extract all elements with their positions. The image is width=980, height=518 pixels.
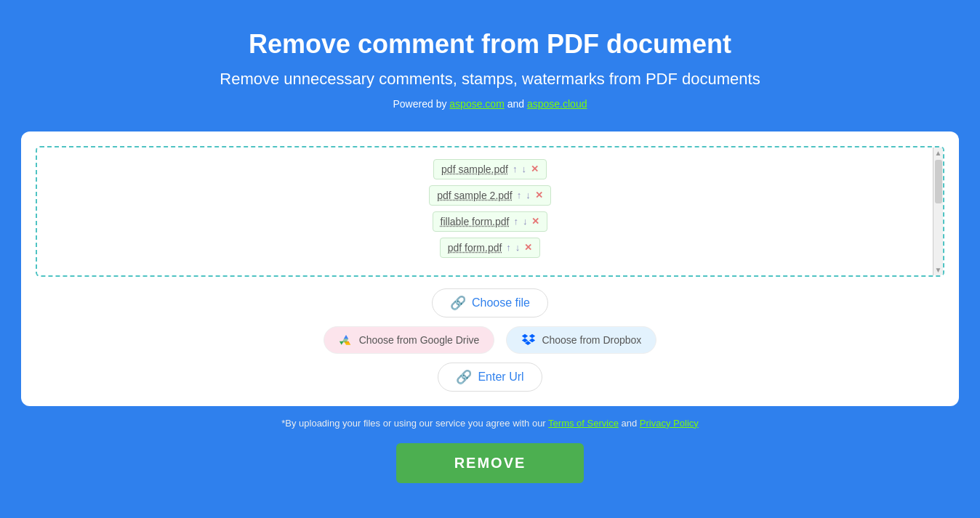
file-name: pdf form.pdf <box>448 242 502 254</box>
dropbox-button[interactable]: Choose from Dropbox <box>506 326 656 354</box>
page-header: Remove comment from PDF document Remove … <box>220 29 760 110</box>
remove-button[interactable]: REMOVE <box>396 443 585 483</box>
move-down-icon[interactable]: ↓ <box>523 216 528 227</box>
move-down-icon[interactable]: ↓ <box>521 163 526 174</box>
scroll-down-arrow[interactable]: ▼ <box>935 266 942 274</box>
google-drive-icon <box>339 333 353 347</box>
move-up-icon[interactable]: ↑ <box>513 216 518 227</box>
terms-text: *By uploading your files or using our se… <box>281 418 699 429</box>
link-icon: 🔗 <box>450 295 466 311</box>
move-up-icon[interactable]: ↑ <box>506 242 511 253</box>
scrollbar: ▲ ▼ <box>933 147 943 275</box>
list-item: fillable form.pdf ↑ ↓ ✕ <box>433 211 548 232</box>
list-item: pdf sample.pdf ↑ ↓ ✕ <box>433 159 547 179</box>
google-drive-button[interactable]: Choose from Google Drive <box>324 326 495 354</box>
move-up-icon[interactable]: ↑ <box>517 190 522 201</box>
enter-url-button[interactable]: 🔗 Enter Url <box>438 363 542 392</box>
choose-file-button[interactable]: 🔗 Choose file <box>432 288 548 317</box>
file-name: fillable form.pdf <box>441 216 510 227</box>
page-title: Remove comment from PDF document <box>220 29 760 60</box>
move-down-icon[interactable]: ↓ <box>526 190 531 201</box>
scrollbar-thumb[interactable] <box>935 160 942 203</box>
aspose-com-link[interactable]: aspose.com <box>449 98 504 110</box>
terms-of-service-link[interactable]: Terms of Service <box>548 418 619 429</box>
file-name: pdf sample.pdf <box>441 163 508 175</box>
remove-file-icon[interactable]: ✕ <box>535 190 543 201</box>
move-down-icon[interactable]: ↓ <box>515 242 521 253</box>
file-list: pdf sample.pdf ↑ ↓ ✕ pdf sample 2.pdf ↑ … <box>49 159 931 258</box>
page-subtitle: Remove unnecessary comments, stamps, wat… <box>220 68 760 91</box>
remove-file-icon[interactable]: ✕ <box>531 216 539 227</box>
drop-zone[interactable]: pdf sample.pdf ↑ ↓ ✕ pdf sample 2.pdf ↑ … <box>36 146 944 277</box>
cloud-buttons-row: Choose from Google Drive Choose from Dro… <box>324 326 657 354</box>
button-row: 🔗 Choose file Choose from Google Drive <box>36 288 944 392</box>
file-name: pdf sample 2.pdf <box>437 190 513 201</box>
remove-file-icon[interactable]: ✕ <box>524 242 532 253</box>
main-card: pdf sample.pdf ↑ ↓ ✕ pdf sample 2.pdf ↑ … <box>21 131 959 406</box>
dropbox-icon <box>521 333 536 347</box>
remove-file-icon[interactable]: ✕ <box>531 163 539 174</box>
powered-by-text: Powered by aspose.com and aspose.cloud <box>220 98 760 110</box>
aspose-cloud-link[interactable]: aspose.cloud <box>527 98 587 110</box>
enter-url-link-icon: 🔗 <box>456 369 472 385</box>
scroll-up-arrow[interactable]: ▲ <box>935 149 942 157</box>
privacy-policy-link[interactable]: Privacy Policy <box>640 418 699 429</box>
list-item: pdf form.pdf ↑ ↓ ✕ <box>440 238 541 258</box>
move-up-icon[interactable]: ↑ <box>513 163 518 174</box>
list-item: pdf sample 2.pdf ↑ ↓ ✕ <box>429 185 551 206</box>
